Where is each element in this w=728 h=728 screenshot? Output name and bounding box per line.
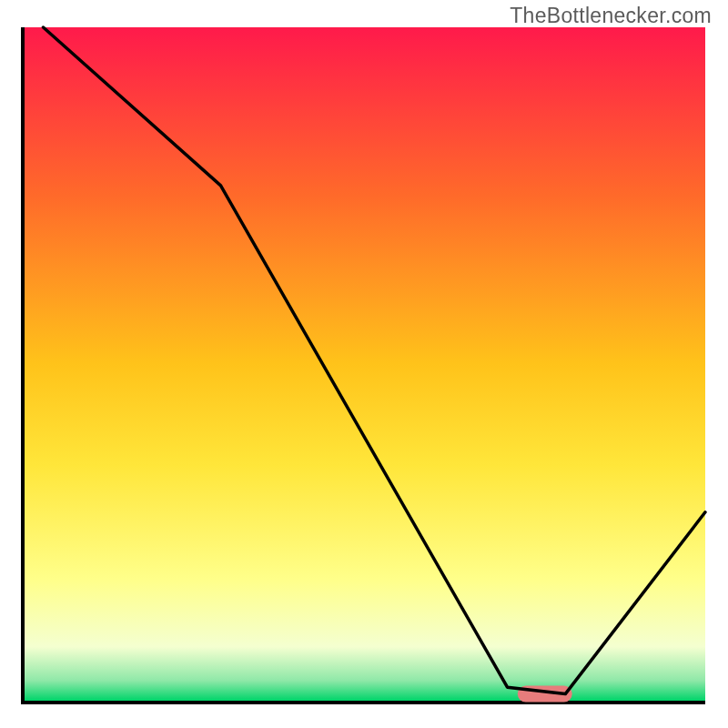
chart-container: TheBottlenecker.com [0, 0, 728, 728]
plot-background [23, 27, 705, 701]
bottleneck-chart [0, 0, 728, 728]
